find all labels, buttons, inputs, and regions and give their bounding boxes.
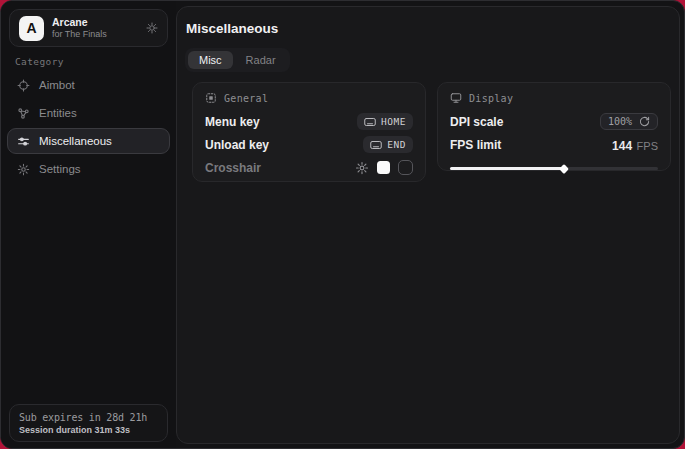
dpi-scale-value: 100% — [608, 116, 632, 127]
dpi-scale-row: DPI scale 100% — [450, 110, 658, 133]
slider-fill — [450, 167, 564, 170]
general-card: General Menu key HOME Unload key — [192, 82, 426, 182]
crosshair-label: Crosshair — [205, 161, 261, 175]
menu-key-row: Menu key HOME — [205, 110, 413, 133]
main-panel: Miscellaneous Misc Radar General Menu ke… — [176, 6, 680, 444]
unload-key-binding[interactable]: END — [363, 136, 413, 153]
brand-avatar: A — [19, 16, 44, 41]
crosshair-settings-gear-icon[interactable] — [355, 161, 369, 175]
dpi-scale-label: DPI scale — [450, 115, 503, 129]
sidebar-item-miscellaneous[interactable]: Miscellaneous — [7, 128, 170, 154]
sidebar-item-entities[interactable]: Entities — [7, 100, 170, 126]
sidebar-item-label: Aimbot — [39, 79, 75, 91]
brand-gear-icon[interactable] — [146, 22, 158, 34]
monitor-icon — [450, 92, 462, 104]
slider-thumb[interactable] — [559, 164, 569, 174]
session-duration-text: Session duration 31m 33s — [19, 425, 158, 435]
app-window: A Arcane for The Finals Category — [0, 0, 685, 449]
brand-subtitle: for The Finals — [52, 29, 107, 40]
display-card-title: Display — [469, 93, 513, 104]
crosshair-row: Crosshair — [205, 156, 413, 179]
crosshair-icon — [17, 79, 30, 92]
category-label: Category — [15, 56, 64, 67]
keyboard-icon — [370, 140, 382, 150]
sidebar-item-settings[interactable]: Settings — [7, 156, 170, 182]
brand-card: A Arcane for The Finals — [9, 9, 168, 47]
fps-limit-value: 144 — [612, 139, 632, 153]
gear-icon — [17, 163, 30, 176]
fps-limit-slider[interactable] — [450, 164, 658, 172]
sidebar-item-label: Entities — [39, 107, 77, 119]
sidebar-item-label: Settings — [39, 163, 81, 175]
tab-misc[interactable]: Misc — [188, 51, 233, 69]
layout-grid-icon — [205, 92, 217, 104]
sub-expires-text: Sub expires in 28d 21h — [19, 412, 158, 423]
tab-radar[interactable]: Radar — [235, 51, 287, 69]
brand-title: Arcane — [52, 16, 107, 29]
sidebar: A Arcane for The Finals Category — [1, 1, 176, 448]
menu-key-binding[interactable]: HOME — [357, 113, 413, 130]
sidebar-nav: Aimbot Entities — [7, 72, 170, 182]
general-card-title: General — [224, 93, 268, 104]
subscription-card: Sub expires in 28d 21h Session duration … — [9, 404, 168, 442]
sidebar-item-label: Miscellaneous — [39, 135, 112, 147]
menu-key-label: Menu key — [205, 115, 260, 129]
unload-key-label: Unload key — [205, 138, 269, 152]
sliders-icon — [17, 135, 30, 148]
entities-icon — [17, 107, 30, 120]
unload-key-row: Unload key END — [205, 133, 413, 156]
crosshair-toggle-checkbox[interactable] — [398, 160, 413, 175]
fps-limit-unit: FPS — [637, 140, 658, 152]
refresh-icon[interactable] — [639, 116, 650, 127]
fps-limit-row: FPS limit 144 FPS — [450, 133, 658, 156]
tab-bar: Misc Radar — [185, 48, 290, 72]
crosshair-color-swatch[interactable] — [377, 161, 390, 174]
dpi-scale-control[interactable]: 100% — [600, 113, 658, 130]
fps-limit-label: FPS limit — [450, 138, 501, 152]
page-title: Miscellaneous — [186, 21, 278, 36]
sidebar-item-aimbot[interactable]: Aimbot — [7, 72, 170, 98]
keyboard-icon — [364, 117, 376, 127]
display-card: Display DPI scale 100% FPS limit — [437, 82, 671, 171]
